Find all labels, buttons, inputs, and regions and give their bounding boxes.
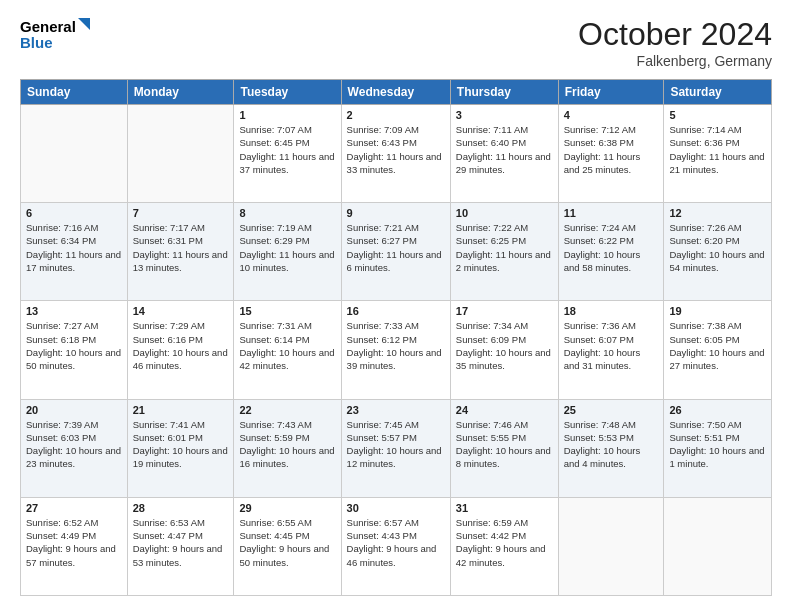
day-info: Sunrise: 7:21 AM Sunset: 6:27 PM Dayligh… (347, 221, 445, 274)
day-number: 21 (133, 404, 229, 416)
day-info: Sunrise: 7:41 AM Sunset: 6:01 PM Dayligh… (133, 418, 229, 471)
calendar-cell: 29Sunrise: 6:55 AM Sunset: 4:45 PM Dayli… (234, 497, 341, 595)
calendar-cell: 3Sunrise: 7:11 AM Sunset: 6:40 PM Daylig… (450, 105, 558, 203)
day-number: 24 (456, 404, 553, 416)
day-info: Sunrise: 7:45 AM Sunset: 5:57 PM Dayligh… (347, 418, 445, 471)
day-number: 16 (347, 305, 445, 317)
day-number: 19 (669, 305, 766, 317)
calendar-cell: 8Sunrise: 7:19 AM Sunset: 6:29 PM Daylig… (234, 203, 341, 301)
day-number: 1 (239, 109, 335, 121)
calendar-cell: 10Sunrise: 7:22 AM Sunset: 6:25 PM Dayli… (450, 203, 558, 301)
day-info: Sunrise: 6:59 AM Sunset: 4:42 PM Dayligh… (456, 516, 553, 569)
day-info: Sunrise: 7:27 AM Sunset: 6:18 PM Dayligh… (26, 319, 122, 372)
day-number: 17 (456, 305, 553, 317)
day-info: Sunrise: 7:26 AM Sunset: 6:20 PM Dayligh… (669, 221, 766, 274)
title-block: October 2024 Falkenberg, Germany (578, 16, 772, 69)
calendar-cell: 18Sunrise: 7:36 AM Sunset: 6:07 PM Dayli… (558, 301, 664, 399)
day-info: Sunrise: 7:43 AM Sunset: 5:59 PM Dayligh… (239, 418, 335, 471)
day-number: 2 (347, 109, 445, 121)
calendar-cell: 2Sunrise: 7:09 AM Sunset: 6:43 PM Daylig… (341, 105, 450, 203)
day-info: Sunrise: 7:17 AM Sunset: 6:31 PM Dayligh… (133, 221, 229, 274)
calendar-cell: 4Sunrise: 7:12 AM Sunset: 6:38 PM Daylig… (558, 105, 664, 203)
logo-svg: General Blue (20, 16, 90, 52)
day-number: 5 (669, 109, 766, 121)
day-info: Sunrise: 6:57 AM Sunset: 4:43 PM Dayligh… (347, 516, 445, 569)
col-header-thursday: Thursday (450, 80, 558, 105)
col-header-wednesday: Wednesday (341, 80, 450, 105)
col-header-tuesday: Tuesday (234, 80, 341, 105)
calendar-cell: 16Sunrise: 7:33 AM Sunset: 6:12 PM Dayli… (341, 301, 450, 399)
day-info: Sunrise: 7:50 AM Sunset: 5:51 PM Dayligh… (669, 418, 766, 471)
calendar-cell (21, 105, 128, 203)
calendar-cell: 23Sunrise: 7:45 AM Sunset: 5:57 PM Dayli… (341, 399, 450, 497)
day-number: 20 (26, 404, 122, 416)
day-info: Sunrise: 7:07 AM Sunset: 6:45 PM Dayligh… (239, 123, 335, 176)
day-number: 9 (347, 207, 445, 219)
day-info: Sunrise: 6:55 AM Sunset: 4:45 PM Dayligh… (239, 516, 335, 569)
day-number: 10 (456, 207, 553, 219)
calendar-cell: 30Sunrise: 6:57 AM Sunset: 4:43 PM Dayli… (341, 497, 450, 595)
calendar-cell: 26Sunrise: 7:50 AM Sunset: 5:51 PM Dayli… (664, 399, 772, 497)
day-number: 29 (239, 502, 335, 514)
calendar-cell: 31Sunrise: 6:59 AM Sunset: 4:42 PM Dayli… (450, 497, 558, 595)
day-number: 14 (133, 305, 229, 317)
day-number: 23 (347, 404, 445, 416)
day-number: 31 (456, 502, 553, 514)
col-header-sunday: Sunday (21, 80, 128, 105)
calendar-cell: 11Sunrise: 7:24 AM Sunset: 6:22 PM Dayli… (558, 203, 664, 301)
calendar-cell: 13Sunrise: 7:27 AM Sunset: 6:18 PM Dayli… (21, 301, 128, 399)
calendar-cell (558, 497, 664, 595)
day-number: 6 (26, 207, 122, 219)
header: General Blue October 2024 Falkenberg, Ge… (20, 16, 772, 69)
day-info: Sunrise: 7:33 AM Sunset: 6:12 PM Dayligh… (347, 319, 445, 372)
calendar-cell: 9Sunrise: 7:21 AM Sunset: 6:27 PM Daylig… (341, 203, 450, 301)
day-info: Sunrise: 7:14 AM Sunset: 6:36 PM Dayligh… (669, 123, 766, 176)
calendar-cell: 7Sunrise: 7:17 AM Sunset: 6:31 PM Daylig… (127, 203, 234, 301)
calendar-cell: 14Sunrise: 7:29 AM Sunset: 6:16 PM Dayli… (127, 301, 234, 399)
calendar-cell: 25Sunrise: 7:48 AM Sunset: 5:53 PM Dayli… (558, 399, 664, 497)
calendar-cell: 6Sunrise: 7:16 AM Sunset: 6:34 PM Daylig… (21, 203, 128, 301)
calendar-cell: 12Sunrise: 7:26 AM Sunset: 6:20 PM Dayli… (664, 203, 772, 301)
day-info: Sunrise: 7:09 AM Sunset: 6:43 PM Dayligh… (347, 123, 445, 176)
calendar-cell: 24Sunrise: 7:46 AM Sunset: 5:55 PM Dayli… (450, 399, 558, 497)
day-info: Sunrise: 7:12 AM Sunset: 6:38 PM Dayligh… (564, 123, 659, 176)
day-number: 4 (564, 109, 659, 121)
day-number: 28 (133, 502, 229, 514)
calendar-cell: 17Sunrise: 7:34 AM Sunset: 6:09 PM Dayli… (450, 301, 558, 399)
day-number: 11 (564, 207, 659, 219)
day-number: 27 (26, 502, 122, 514)
day-info: Sunrise: 6:53 AM Sunset: 4:47 PM Dayligh… (133, 516, 229, 569)
day-info: Sunrise: 7:29 AM Sunset: 6:16 PM Dayligh… (133, 319, 229, 372)
svg-text:Blue: Blue (20, 34, 53, 51)
calendar: SundayMondayTuesdayWednesdayThursdayFrid… (20, 79, 772, 596)
day-number: 12 (669, 207, 766, 219)
day-info: Sunrise: 7:24 AM Sunset: 6:22 PM Dayligh… (564, 221, 659, 274)
month-title: October 2024 (578, 16, 772, 53)
col-header-friday: Friday (558, 80, 664, 105)
calendar-cell: 1Sunrise: 7:07 AM Sunset: 6:45 PM Daylig… (234, 105, 341, 203)
calendar-cell: 5Sunrise: 7:14 AM Sunset: 6:36 PM Daylig… (664, 105, 772, 203)
day-info: Sunrise: 7:16 AM Sunset: 6:34 PM Dayligh… (26, 221, 122, 274)
calendar-cell (664, 497, 772, 595)
calendar-cell (127, 105, 234, 203)
day-number: 15 (239, 305, 335, 317)
day-number: 22 (239, 404, 335, 416)
day-number: 18 (564, 305, 659, 317)
calendar-cell: 27Sunrise: 6:52 AM Sunset: 4:49 PM Dayli… (21, 497, 128, 595)
col-header-saturday: Saturday (664, 80, 772, 105)
day-number: 13 (26, 305, 122, 317)
calendar-cell: 15Sunrise: 7:31 AM Sunset: 6:14 PM Dayli… (234, 301, 341, 399)
day-info: Sunrise: 7:34 AM Sunset: 6:09 PM Dayligh… (456, 319, 553, 372)
location: Falkenberg, Germany (578, 53, 772, 69)
svg-text:General: General (20, 18, 76, 35)
calendar-cell: 21Sunrise: 7:41 AM Sunset: 6:01 PM Dayli… (127, 399, 234, 497)
calendar-cell: 28Sunrise: 6:53 AM Sunset: 4:47 PM Dayli… (127, 497, 234, 595)
day-number: 30 (347, 502, 445, 514)
calendar-cell: 22Sunrise: 7:43 AM Sunset: 5:59 PM Dayli… (234, 399, 341, 497)
day-info: Sunrise: 7:31 AM Sunset: 6:14 PM Dayligh… (239, 319, 335, 372)
calendar-cell: 19Sunrise: 7:38 AM Sunset: 6:05 PM Dayli… (664, 301, 772, 399)
day-number: 8 (239, 207, 335, 219)
day-number: 26 (669, 404, 766, 416)
day-info: Sunrise: 6:52 AM Sunset: 4:49 PM Dayligh… (26, 516, 122, 569)
calendar-cell: 20Sunrise: 7:39 AM Sunset: 6:03 PM Dayli… (21, 399, 128, 497)
